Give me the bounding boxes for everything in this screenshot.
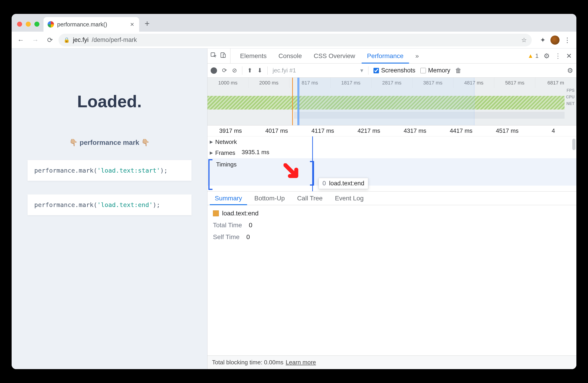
tab-more[interactable]: »	[410, 48, 424, 63]
window-controls	[15, 22, 43, 32]
tab-css-overview[interactable]: CSS Overview	[308, 48, 360, 63]
ruler-tick: 4317 ms	[392, 126, 438, 136]
content-area: Loaded. 👇🏼 performance mark 👇🏼 performan…	[12, 48, 576, 369]
performance-toolbar: ⟳ ⊘ ⬆ ⬇ jec.fyi #1 ▾ Screenshots Memory …	[208, 64, 576, 78]
record-button[interactable]	[211, 67, 217, 74]
subtab-event-log[interactable]: Event Log	[330, 192, 369, 205]
summary-panel: load.text:end Total Time 0 Self Time 0	[208, 205, 576, 355]
ruler-tick: 4217 ms	[346, 126, 392, 136]
code-string: 'load.text:end'	[97, 201, 153, 208]
ruler-tick: 4	[530, 126, 577, 136]
browser-tab[interactable]: performance.mark() ×	[43, 17, 139, 32]
screenshots-checkbox[interactable]: Screenshots	[374, 67, 415, 74]
summary-total-row: Total Time 0	[213, 222, 571, 229]
zoom-window-button[interactable]	[34, 22, 39, 27]
blocking-time-text: Total blocking time: 0.00ms	[212, 359, 284, 366]
summary-self-row: Self Time 0	[213, 234, 571, 241]
capture-settings-icon[interactable]: ⚙	[567, 66, 573, 74]
lock-icon: 🔒	[63, 37, 70, 43]
kebab-menu-icon[interactable]: ⋮	[555, 52, 561, 60]
code-text: );	[160, 167, 168, 174]
browser-window: performance.mark() × + ← → ⟳ 🔒 jec.fyi/d…	[12, 14, 576, 369]
tooltip-label: load.text:end	[329, 180, 364, 187]
memory-checkbox[interactable]: Memory	[420, 67, 450, 74]
timing-range-end	[310, 161, 314, 186]
tab-console[interactable]: Console	[273, 48, 307, 63]
overview-pane[interactable]: 1000 ms 2000 ms 817 ms 1817 ms 2817 ms 3…	[208, 78, 576, 126]
close-tab-icon[interactable]: ×	[130, 21, 134, 28]
settings-icon[interactable]: ⚙	[544, 52, 550, 60]
tab-performance[interactable]: Performance	[362, 48, 409, 63]
load-profile-icon[interactable]: ⬆	[247, 67, 252, 74]
profile-avatar[interactable]	[550, 36, 560, 45]
forward-button[interactable]: →	[29, 34, 41, 46]
new-tab-button[interactable]: +	[139, 19, 155, 32]
summary-value: 0	[246, 234, 250, 241]
ruler-tick: 4517 ms	[484, 126, 530, 136]
device-toggle-icon[interactable]	[220, 52, 226, 60]
timing-tooltip: 0 load.text:end	[319, 178, 368, 189]
summary-label: Self Time	[213, 234, 240, 241]
reload-record-button[interactable]: ⟳	[222, 67, 227, 74]
flame-chart-area[interactable]: 3917 ms 4017 ms 4117 ms 4217 ms 4317 ms …	[208, 126, 576, 192]
disclosure-triangle-icon[interactable]: ▶	[210, 139, 213, 144]
close-devtools-icon[interactable]: ✕	[566, 52, 572, 60]
devtools-footer: Total blocking time: 0.00ms Learn more	[208, 355, 576, 369]
clear-button[interactable]: ⊘	[232, 67, 237, 74]
color-swatch-icon	[213, 210, 219, 216]
scrollbar-thumb[interactable]	[572, 139, 575, 150]
url-field[interactable]: 🔒 jec.fyi/demo/perf-mark ☆	[59, 34, 532, 46]
extensions-icon[interactable]: ✦	[537, 34, 549, 46]
summary-title: load.text:end	[222, 210, 258, 217]
favicon-icon	[48, 21, 54, 28]
annotation-arrow-icon	[284, 163, 302, 181]
tab-elements[interactable]: Elements	[234, 48, 272, 63]
tooltip-value: 0	[322, 180, 326, 187]
tracks-list: ▶ Network ▶ Frames 3935.1 ms Timings	[208, 136, 576, 191]
toolbar-right: ✦ ⋮	[537, 34, 573, 46]
bookmark-star-icon[interactable]: ☆	[521, 36, 527, 44]
subtab-summary[interactable]: Summary	[210, 192, 247, 205]
browser-tabstrip: performance.mark() × +	[12, 14, 576, 32]
overview-selection[interactable]	[297, 78, 474, 125]
trash-icon[interactable]: 🗑	[455, 67, 462, 74]
url-path: /demo/perf-mark	[92, 36, 137, 43]
track-timings[interactable]: Timings	[208, 158, 576, 186]
warnings-indicator[interactable]: ▲ 1	[528, 52, 539, 60]
code-block-end: performance.mark('load.text:end');	[28, 194, 191, 215]
overview-track-labels: FPS CPU NET	[566, 88, 575, 106]
summary-value: 0	[249, 222, 252, 229]
code-block-start: performance.mark('load.text:start');	[28, 160, 191, 181]
recording-selector[interactable]: jec.fyi #1	[273, 67, 296, 74]
svg-rect-2	[223, 54, 225, 57]
subtab-call-tree[interactable]: Call Tree	[292, 192, 328, 205]
label-cpu: CPU	[566, 95, 575, 100]
label-net: NET	[566, 101, 575, 106]
subtab-bottom-up[interactable]: Bottom-Up	[249, 192, 290, 205]
disclosure-triangle-icon[interactable]: ▶	[210, 150, 213, 155]
close-window-button[interactable]	[17, 22, 22, 27]
url-host: jec.fyi	[73, 36, 89, 43]
back-button[interactable]: ←	[15, 34, 27, 46]
learn-more-link[interactable]: Learn more	[286, 359, 316, 366]
screenshots-input[interactable]	[374, 68, 379, 73]
ruler-tick: 1000 ms	[208, 78, 249, 88]
track-network[interactable]: ▶ Network	[208, 136, 576, 147]
devtools-panel: Elements Console CSS Overview Performanc…	[208, 48, 576, 369]
webpage: Loaded. 👇🏼 performance mark 👇🏼 performan…	[12, 48, 208, 369]
reload-button[interactable]: ⟳	[44, 34, 56, 46]
save-profile-icon[interactable]: ⬇	[257, 67, 262, 74]
timing-range-start	[208, 159, 212, 190]
minimize-window-button[interactable]	[26, 22, 31, 27]
timing-marker-line	[312, 136, 313, 191]
code-string: 'load.text:start'	[97, 167, 160, 174]
detail-ruler: 3917 ms 4017 ms 4117 ms 4217 ms 4317 ms …	[208, 126, 576, 136]
ruler-tick: 4017 ms	[254, 126, 300, 136]
browser-menu-icon[interactable]: ⋮	[561, 34, 573, 46]
inspect-icon[interactable]	[210, 52, 217, 60]
address-bar: ← → ⟳ 🔒 jec.fyi/demo/perf-mark ☆ ✦ ⋮	[12, 32, 576, 48]
devtools-tabs: Elements Console CSS Overview Performanc…	[208, 48, 576, 64]
memory-input[interactable]	[420, 68, 426, 73]
dropdown-icon[interactable]: ▾	[360, 67, 363, 74]
code-text: performance.mark(	[34, 167, 97, 174]
